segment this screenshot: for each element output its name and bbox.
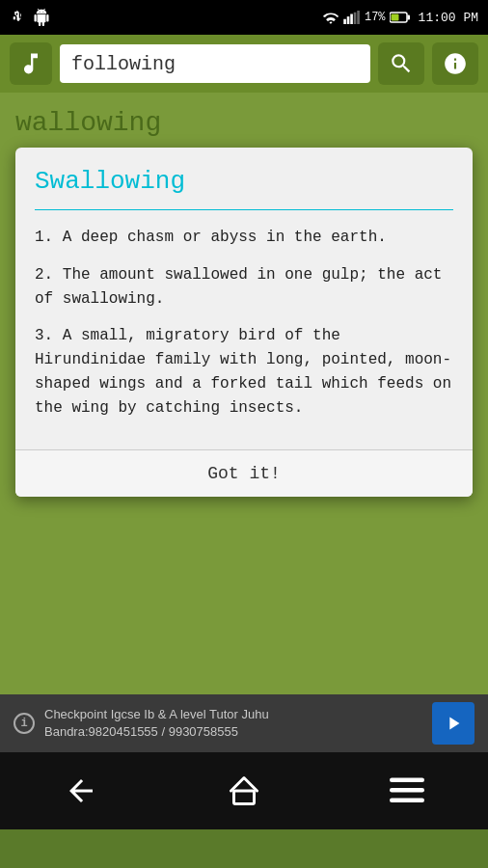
card-footer: Got it! [15, 449, 473, 497]
card-title: Swallowing [35, 167, 453, 196]
menu-button[interactable] [390, 777, 424, 804]
main-content: wallowing Swallowing 1. A deep chasm or … [0, 93, 488, 694]
status-bar: 17% 11:00 PM [0, 0, 488, 35]
menu-icon [390, 777, 424, 804]
definition-3: 3. A small, migratory bird of the Hirund… [35, 324, 453, 420]
android-icon [33, 9, 50, 26]
card-divider [35, 209, 453, 210]
battery-percent: 17% [365, 11, 386, 24]
svg-rect-3 [354, 13, 357, 24]
ad-text-line2: Bandra:9820451555 / 9930758555 [44, 723, 422, 741]
definition-1: 1. A deep chasm or abyss in the earth. [35, 226, 453, 250]
definition-card: Swallowing 1. A deep chasm or abyss in t… [15, 148, 473, 497]
search-bar: following [0, 35, 488, 93]
home-button[interactable] [227, 773, 261, 808]
ad-arrow-button[interactable] [432, 702, 474, 745]
battery-icon [390, 12, 411, 23]
svg-rect-2 [350, 14, 353, 25]
svg-rect-0 [343, 19, 346, 24]
wifi-icon [322, 11, 339, 24]
search-input[interactable]: following [60, 44, 370, 83]
usb-icon [10, 9, 27, 26]
ad-text-line1: Checkpoint Igcse Ib & A level Tutor Juhu [44, 706, 422, 723]
got-it-button[interactable]: Got it! [207, 464, 281, 483]
ad-text-wrap: Checkpoint Igcse Ib & A level Tutor Juhu… [44, 706, 422, 741]
card-body: Swallowing 1. A deep chasm or abyss in t… [15, 148, 473, 449]
music-icon-wrap [10, 42, 52, 85]
back-button[interactable] [64, 773, 98, 808]
svg-rect-6 [391, 14, 398, 21]
ad-bar: i Checkpoint Igcse Ib & A level Tutor Ju… [0, 694, 488, 752]
status-right: 17% 11:00 PM [322, 11, 478, 25]
info-icon [443, 51, 468, 76]
svg-rect-9 [390, 778, 424, 783]
search-icon [389, 51, 414, 76]
time-display: 11:00 PM [419, 11, 478, 25]
bottom-nav [0, 752, 488, 829]
info-button[interactable] [432, 42, 478, 85]
svg-rect-7 [407, 15, 410, 20]
back-icon [64, 773, 98, 808]
svg-rect-10 [390, 788, 424, 793]
status-icons [10, 9, 50, 26]
home-icon [227, 773, 261, 808]
background-word: wallowing [15, 108, 473, 138]
definition-2: 2. The amount swallowed in one gulp; the… [35, 263, 453, 312]
ad-info-icon: i [14, 713, 35, 734]
signal-icon [343, 11, 361, 24]
music-icon [17, 50, 44, 77]
arrow-right-icon [443, 713, 464, 734]
svg-rect-1 [347, 16, 350, 24]
svg-rect-11 [390, 799, 424, 803]
search-button[interactable] [378, 42, 424, 85]
svg-rect-8 [233, 791, 254, 804]
svg-rect-4 [357, 11, 360, 24]
